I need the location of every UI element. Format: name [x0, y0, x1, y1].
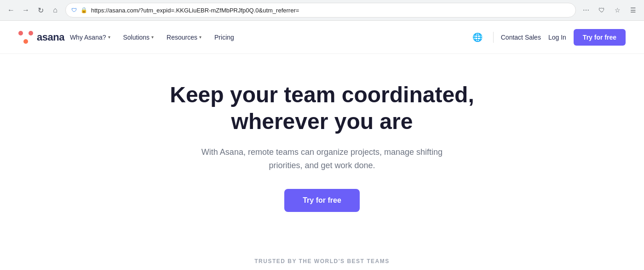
main-nav: asana Why Asana? ▾ Solutions ▾ Resources… — [0, 21, 644, 54]
nav-resources[interactable]: Resources ▾ — [161, 30, 207, 45]
reload-button[interactable]: ↻ — [34, 4, 47, 17]
nav-why-asana[interactable]: Why Asana? ▾ — [64, 30, 116, 45]
page-content: asana Why Asana? ▾ Solutions ▾ Resources… — [0, 21, 644, 270]
browser-nav-buttons: ← → ↻ ⌂ — [5, 4, 62, 17]
forward-button[interactable]: → — [19, 4, 32, 17]
menu-button[interactable]: ☰ — [627, 4, 639, 17]
try-free-hero-button[interactable]: Try for free — [284, 189, 360, 212]
language-button[interactable]: 🌐 — [469, 29, 486, 46]
url-text: https://asana.com/?utm_expid=.KKGLiuEBR-… — [91, 7, 570, 14]
nav-right: 🌐 Contact Sales Log In Try for free — [469, 29, 626, 46]
nav-solutions[interactable]: Solutions ▾ — [118, 30, 160, 45]
logo-dot-left — [18, 31, 23, 35]
try-free-nav-button[interactable]: Try for free — [574, 29, 626, 46]
chevron-down-icon: ▾ — [199, 35, 201, 40]
chevron-down-icon: ▾ — [151, 35, 154, 40]
trusted-label: TRUSTED BY THE WORLD'S BEST TEAMS — [254, 258, 389, 264]
hero-subtitle: With Asana, remote teams can organize pr… — [193, 146, 451, 172]
nav-divider — [493, 32, 494, 43]
back-button[interactable]: ← — [5, 4, 17, 17]
asana-icon — [18, 31, 33, 44]
browser-chrome: ← → ↻ ⌂ 🛡 🔒 https://asana.com/?utm_expid… — [0, 0, 644, 21]
hero-title: Keep your team coordinated, wherever you… — [138, 82, 506, 135]
lock-icon: 🔒 — [80, 7, 87, 13]
logo-dot-bottom — [23, 39, 28, 44]
chevron-down-icon: ▾ — [108, 35, 110, 40]
shield-button[interactable]: 🛡 — [595, 4, 608, 17]
contact-sales-link[interactable]: Contact Sales — [501, 34, 541, 41]
browser-action-buttons: ⋯ 🛡 ☆ ☰ — [580, 4, 639, 17]
shield-icon: 🛡 — [71, 7, 77, 13]
nav-links: Why Asana? ▾ Solutions ▾ Resources ▾ Pri… — [64, 30, 469, 45]
trusted-section: TRUSTED BY THE WORLD'S BEST TEAMS VOXMED… — [0, 258, 644, 270]
hero-section: Keep your team coordinated, wherever you… — [0, 54, 644, 258]
logo-text: asana — [37, 31, 64, 43]
asana-logo[interactable]: asana — [18, 31, 64, 44]
nav-pricing[interactable]: Pricing — [209, 30, 240, 45]
login-link[interactable]: Log In — [548, 34, 566, 41]
home-button[interactable]: ⌂ — [49, 4, 62, 17]
browser-toolbar: ← → ↻ ⌂ 🛡 🔒 https://asana.com/?utm_expid… — [0, 0, 644, 20]
more-options-button[interactable]: ⋯ — [580, 4, 592, 17]
bookmark-button[interactable]: ☆ — [611, 4, 624, 17]
logo-dot-right — [29, 31, 33, 35]
address-bar[interactable]: 🛡 🔒 https://asana.com/?utm_expid=.KKGLiu… — [65, 3, 576, 18]
